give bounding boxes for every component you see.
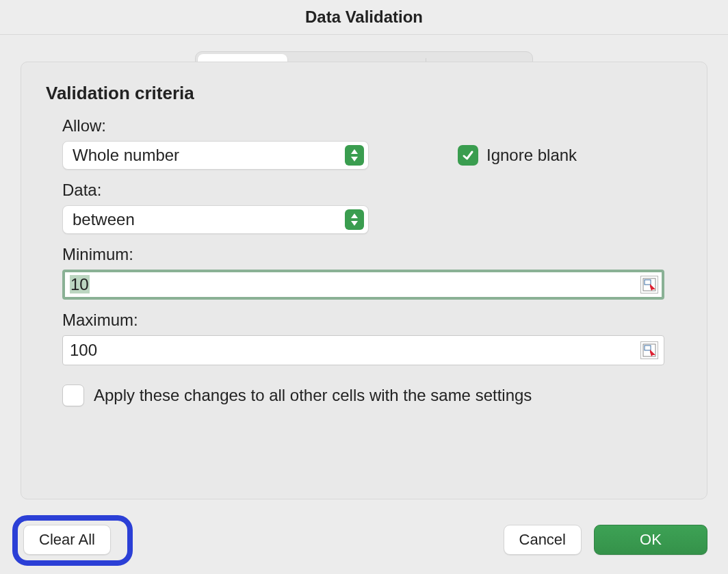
maximum-input[interactable]: 100 [62, 335, 664, 365]
svg-marker-0 [351, 149, 358, 154]
dialog-footer: Clear All Cancel OK [0, 518, 728, 562]
maximum-input-value: 100 [70, 341, 640, 360]
apply-all-checkbox[interactable] [62, 384, 84, 406]
svg-marker-2 [351, 213, 358, 218]
allow-select[interactable]: Whole number [62, 141, 369, 170]
apply-all-label: Apply these changes to all other cells w… [94, 386, 532, 405]
data-label: Data: [62, 181, 682, 200]
updown-icon [345, 209, 364, 230]
ignore-blank-label: Ignore blank [486, 146, 577, 165]
section-title-validation-criteria: Validation criteria [46, 83, 682, 104]
ok-button[interactable]: OK [594, 525, 707, 555]
data-select-value: between [73, 210, 345, 229]
data-select[interactable]: between [62, 205, 369, 234]
check-icon [461, 148, 475, 162]
minimum-input[interactable]: 10 [62, 270, 664, 300]
range-picker-icon[interactable] [640, 276, 658, 293]
maximum-label: Maximum: [62, 311, 682, 330]
allow-select-value: Whole number [73, 146, 345, 165]
cancel-button[interactable]: Cancel [504, 525, 582, 555]
allow-label: Allow: [62, 116, 682, 135]
minimum-label: Minimum: [62, 245, 682, 264]
minimum-input-value: 10 [70, 275, 640, 294]
updown-icon [345, 145, 364, 166]
clear-all-button[interactable]: Clear All [23, 525, 111, 555]
svg-marker-1 [351, 157, 358, 161]
settings-panel: Validation criteria Allow: Whole number … [21, 62, 707, 499]
range-picker-icon[interactable] [640, 341, 658, 359]
ignore-blank-checkbox[interactable] [458, 145, 478, 166]
window-title: Data Validation [0, 0, 728, 35]
svg-marker-3 [351, 221, 358, 226]
